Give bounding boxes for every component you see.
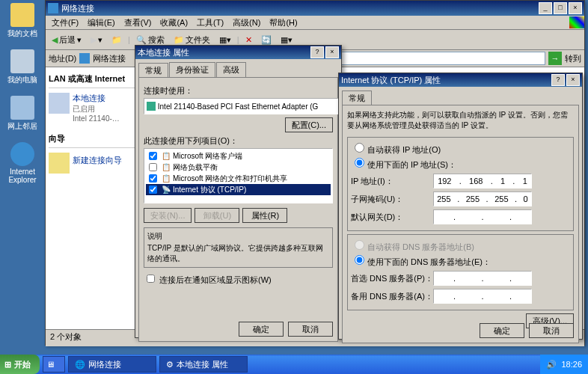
menu-view[interactable]: 查看(V) [120,16,156,30]
minimize-button[interactable]: _ [539,2,552,14]
dlg2-body: 如果网络支持此功能，则可以获取自动指派的 IP 设置。否则，您需要从网络系统管理… [342,105,579,343]
ip-input[interactable]: 192.168.1.1 [433,174,532,188]
go-label: 转到 [565,53,581,64]
dlg2-ok-button[interactable]: 确定 [480,323,524,338]
mask-input[interactable]: 255.255.255.0 [433,191,532,206]
tray-icon[interactable]: 🔊 [546,360,557,370]
dlg2-tabs: 常规 [342,90,579,105]
description-label: 说明 [147,231,329,242]
manual-dns-radio[interactable] [355,255,364,265]
dlg1-tabs: 常规 身份验证 高级 [138,62,338,77]
sidebar-wizard-item[interactable]: 新建连接向导 [49,150,135,177]
ip-group: 自动获得 IP 地址(O) 使用下面的 IP 地址(S)： IP 地址(I)：1… [347,137,574,231]
dlg1-titlebar[interactable]: 本地连接 属性 ? × [135,46,341,59]
gateway-label: 默认网关(D)： [351,212,433,223]
desktop-icons: 我的文档 我的电脑 网上邻居 Internet Explorer [4,3,40,194]
go-button[interactable]: → [548,52,562,65]
views2-button[interactable]: ▦▾ [278,34,295,46]
back-button[interactable]: ◀后退▾ [49,33,85,47]
description-text: TCP/IP 是默认的广域网协议。它提供跨越多种互联网络的通讯。 [147,243,329,264]
dlg2-close-button[interactable]: × [566,74,580,86]
dns-group: 自动获得 DNS 服务器地址(B) 使用下面的 DNS 服务器地址(E)： 首选… [347,234,574,310]
sidebar: LAN 或高速 Internet 本地连接 已启用 Intel 21140-… … [46,67,138,329]
dlg2-title: Internet 协议 (TCP/IP) 属性 [341,75,441,86]
tab-general[interactable]: 常规 [138,63,168,78]
internet-explorer-icon[interactable]: Internet Explorer [4,142,40,184]
sidebar-heading: LAN 或高速 Internet [49,73,135,85]
auto-ip-row[interactable]: 自动获得 IP 地址(O) [351,141,570,156]
dns2-label: 备用 DNS 服务器(A)： [351,291,433,302]
my-documents-icon[interactable]: 我的文档 [4,3,40,39]
dlg1-ok-button[interactable]: 确定 [239,322,284,337]
dlg2-tab-general[interactable]: 常规 [342,91,372,105]
start-button[interactable]: ⊞开始 [0,355,40,374]
configure-button[interactable]: 配置(C)... [285,117,333,132]
dns2-input[interactable]: ... [433,289,532,304]
network-neighborhood-icon[interactable]: 网上邻居 [4,96,40,132]
components-list[interactable]: 📋Microsoft 网络客户端 📋网络负载平衡 📋Microsoft 网络的文… [144,148,333,203]
component-nlb[interactable]: 📋网络负载平衡 [146,162,331,173]
dlg1-help-button[interactable]: ? [310,46,324,58]
window-icon [48,3,58,13]
tab-advanced[interactable]: 高级 [216,62,246,77]
maximize-button[interactable]: □ [554,2,567,14]
menu-help[interactable]: 帮助(H) [265,16,301,30]
forward-button[interactable]: ▶▾ [88,34,105,46]
views-button[interactable]: ▦▾ [216,34,234,46]
tcpip-hint: 如果网络支持此功能，则可以获取自动指派的 IP 设置。否则，您需要从网络系统管理… [347,110,574,131]
show-icon-row: 连接后在通知区域显示图标(W) [144,272,333,286]
mask-label: 子网掩码(U)： [351,194,433,205]
dlg2-cancel-button[interactable]: 取消 [529,323,574,338]
component-fileshare[interactable]: 📋Microsoft 网络的文件和打印机共享 [146,173,331,184]
dns1-input[interactable]: ... [433,271,532,286]
properties-button[interactable]: 属性(R) [242,208,287,223]
dlg1-cancel-button[interactable]: 取消 [288,322,333,337]
show-icon-checkbox[interactable] [147,275,155,283]
connection-properties-dialog: 本地连接 属性 ? × 常规 身份验证 高级 连接时使用： Intel 2114… [135,45,342,338]
refresh-button[interactable]: 🔄 [258,34,275,46]
auto-dns-row: 自动获得 DNS 服务器地址(B) [351,238,570,253]
menu-file[interactable]: 文件(F) [47,16,83,30]
connect-using-label: 连接时使用： [144,85,333,96]
show-icon-label: 连接后在通知区域显示图标(W) [159,275,272,284]
delete-button[interactable]: ✕ [242,34,255,46]
task-network[interactable]: 🌐网络连接 [68,356,156,373]
menu-advanced[interactable]: 高级(N) [228,16,265,30]
manual-dns-row[interactable]: 使用下面的 DNS 服务器地址(E)： [351,253,570,268]
clock: 18:26 [561,360,582,369]
dlg2-help-button[interactable]: ? [551,74,565,86]
manual-ip-row[interactable]: 使用下面的 IP 地址(S)： [351,156,570,171]
windows-flag-icon [569,16,584,28]
connection-name: 本地连接 [73,93,120,104]
adapter-combo[interactable]: Intel 21140-Based PCI Fast Ethernet Adap… [144,98,339,114]
components-label: 此连接使用下列项目(O)： [144,135,333,147]
extra-address-input[interactable] [323,52,545,65]
tab-auth[interactable]: 身份验证 [169,62,215,77]
menu-edit[interactable]: 编辑(E) [83,16,120,30]
system-tray[interactable]: 🔊18:26 [540,355,588,374]
close-button[interactable]: × [569,2,582,14]
menu-favorites[interactable]: 收藏(A) [156,16,192,30]
tcpip-properties-dialog: Internet 协议 (TCP/IP) 属性 ? × 常规 如果网络支持此功能… [338,73,583,340]
up-button[interactable]: 📁 [108,34,125,46]
task-properties[interactable]: ⚙本地连接 属性 [159,356,248,373]
component-client[interactable]: 📋Microsoft 网络客户端 [146,150,331,162]
menu-tools[interactable]: 工具(T) [192,16,228,30]
manual-ip-radio[interactable] [355,158,364,168]
dlg2-titlebar[interactable]: Internet 协议 (TCP/IP) 属性 ? × [339,73,582,87]
quick-launch[interactable]: 🖥 [43,356,65,373]
my-computer-icon[interactable]: 我的电脑 [4,49,40,85]
auto-ip-radio[interactable] [355,143,364,153]
dlg1-close-button[interactable]: × [325,46,339,58]
auto-dns-radio [355,240,364,250]
window-title: 网络连接 [61,3,94,14]
sidebar-guide-heading: 向导 [49,133,135,144]
dlg1-body: 连接时使用： Intel 21140-Based PCI Fast Ethern… [138,77,338,342]
component-tcpip[interactable]: 📡Internet 协议 (TCP/IP) [146,184,331,195]
menu-bar: 文件(F) 编辑(E) 查看(V) 收藏(A) 工具(T) 高级(N) 帮助(H… [46,16,584,30]
address-path: 网络连接 [93,53,126,64]
explorer-titlebar[interactable]: 网络连接 _ □ × [46,1,584,16]
dlg1-title: 本地连接 属性 [138,47,189,58]
sidebar-connection-item[interactable]: 本地连接 已启用 Intel 21140-… [49,90,135,126]
gateway-input[interactable]: ... [433,209,532,224]
